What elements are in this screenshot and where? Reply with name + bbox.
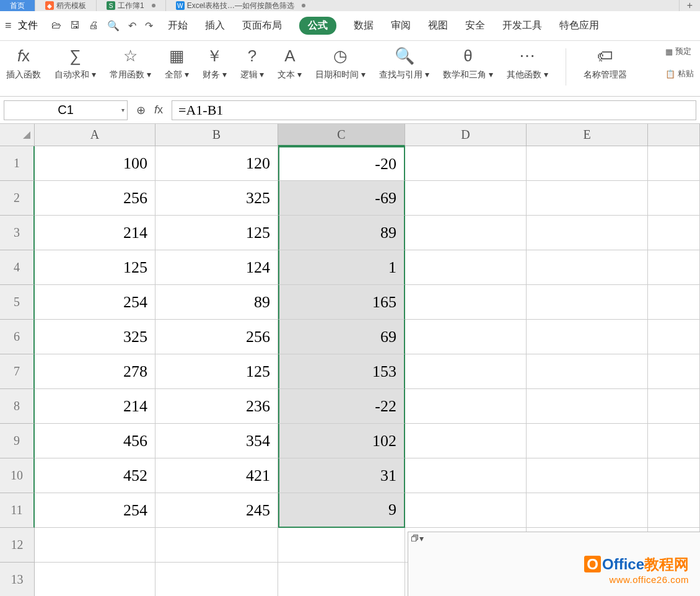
cell[interactable]: 125: [155, 216, 278, 250]
select-all-corner[interactable]: [0, 124, 35, 146]
cell[interactable]: [155, 563, 278, 596]
ribbon-common-fn[interactable]: ☆ 常用函数 ▾: [110, 46, 151, 81]
save-icon[interactable]: 🖫: [70, 20, 80, 32]
cell[interactable]: [155, 528, 278, 563]
cell[interactable]: 452: [35, 458, 155, 493]
cell[interactable]: [405, 181, 527, 216]
menu-special[interactable]: 特色应用: [559, 19, 599, 32]
cell[interactable]: 325: [155, 181, 278, 216]
menu-data[interactable]: 数据: [354, 19, 374, 32]
cell[interactable]: [648, 181, 700, 216]
row-header-8[interactable]: 8: [0, 389, 35, 424]
ribbon-logic[interactable]: ? 逻辑 ▾: [240, 46, 265, 81]
column-header-D[interactable]: D: [405, 124, 527, 146]
cell[interactable]: [527, 250, 648, 285]
ribbon-lookup[interactable]: 🔍 查找与引用 ▾: [379, 46, 429, 81]
cell[interactable]: 214: [35, 216, 155, 250]
cell[interactable]: [648, 389, 700, 424]
cell[interactable]: [527, 320, 648, 354]
cell[interactable]: 89: [155, 285, 278, 320]
cell[interactable]: [405, 320, 527, 354]
cell[interactable]: 254: [35, 285, 155, 320]
row-header-7[interactable]: 7: [0, 354, 35, 389]
menu-insert[interactable]: 插入: [205, 19, 225, 32]
open-icon[interactable]: 🗁: [51, 20, 61, 32]
ribbon-calc[interactable]: ▦ 预定: [665, 46, 694, 57]
cell[interactable]: [527, 389, 648, 424]
preview-icon[interactable]: 🔍: [107, 20, 120, 32]
menu-view[interactable]: 视图: [428, 19, 448, 32]
menu-review[interactable]: 审阅: [391, 19, 411, 32]
cell[interactable]: 31: [278, 458, 405, 493]
cell[interactable]: -22: [278, 389, 405, 424]
row-header-3[interactable]: 3: [0, 216, 35, 250]
cell[interactable]: 256: [155, 320, 278, 354]
cell[interactable]: [405, 354, 527, 389]
formula-input[interactable]: =A1-B1: [172, 100, 696, 120]
cell[interactable]: [405, 216, 527, 250]
tab-template[interactable]: ◆稻壳模板: [35, 0, 97, 11]
tab-home[interactable]: 首页: [0, 0, 35, 11]
row-header-11[interactable]: 11: [0, 493, 35, 528]
cell[interactable]: 354: [155, 424, 278, 458]
ribbon-other-fn[interactable]: ⋯ 其他函数 ▾: [507, 46, 548, 81]
fx-small-icon[interactable]: fx: [154, 103, 163, 116]
cell[interactable]: [527, 181, 648, 216]
ribbon-math[interactable]: θ 数学和三角 ▾: [443, 46, 493, 81]
cell[interactable]: 125: [155, 354, 278, 389]
cell[interactable]: 456: [35, 424, 155, 458]
cell[interactable]: [648, 250, 700, 285]
cell[interactable]: [648, 424, 700, 458]
cell[interactable]: [527, 354, 648, 389]
cell[interactable]: 421: [155, 458, 278, 493]
row-header-10[interactable]: 10: [0, 458, 35, 493]
cell[interactable]: 325: [35, 320, 155, 354]
cell[interactable]: [527, 216, 648, 250]
cell[interactable]: 100: [35, 146, 155, 181]
cell[interactable]: [648, 493, 700, 528]
row-header-4[interactable]: 4: [0, 250, 35, 285]
menu-security[interactable]: 安全: [465, 19, 485, 32]
cell[interactable]: 236: [155, 389, 278, 424]
tab-excel-doc[interactable]: WExcel表格技…—如何按颜色筛选: [166, 0, 680, 11]
ribbon-text[interactable]: A 文本 ▾: [278, 46, 302, 81]
hamburger-icon[interactable]: ≡: [5, 19, 12, 32]
cell[interactable]: -20: [278, 146, 405, 181]
row-header-1[interactable]: 1: [0, 146, 35, 181]
cell[interactable]: -69: [278, 181, 405, 216]
ribbon-all-fn[interactable]: ▦ 全部 ▾: [165, 46, 189, 81]
ribbon-datetime[interactable]: ◷ 日期和时间 ▾: [315, 46, 365, 81]
cell[interactable]: 278: [35, 354, 155, 389]
file-menu[interactable]: 文件: [18, 19, 38, 32]
cell-reference-box[interactable]: C1 ▾: [4, 100, 128, 120]
cell[interactable]: [527, 146, 648, 181]
cell[interactable]: 69: [278, 320, 405, 354]
cell[interactable]: [405, 493, 527, 528]
redo-icon[interactable]: ↷: [145, 20, 153, 32]
ribbon-name-manager[interactable]: 🏷 名称管理器: [584, 46, 627, 81]
new-tab-button[interactable]: +: [680, 0, 700, 11]
menu-formula[interactable]: 公式: [299, 17, 336, 35]
ribbon-autosum[interactable]: ∑ 自动求和 ▾: [55, 46, 96, 81]
cell[interactable]: [35, 528, 155, 563]
column-header-C[interactable]: C: [278, 124, 405, 146]
cell[interactable]: [648, 285, 700, 320]
cell[interactable]: 153: [278, 354, 405, 389]
cell[interactable]: 9: [278, 493, 405, 528]
cell[interactable]: [648, 146, 700, 181]
cell[interactable]: 89: [278, 216, 405, 250]
cell[interactable]: 245: [155, 493, 278, 528]
menu-start[interactable]: 开始: [168, 19, 188, 32]
cell[interactable]: [278, 563, 405, 596]
tab-workbook[interactable]: S工作簿1: [97, 0, 166, 11]
column-header-end[interactable]: [648, 124, 700, 146]
cell[interactable]: [527, 458, 648, 493]
cell[interactable]: [35, 563, 155, 596]
print-icon[interactable]: 🖨: [89, 20, 98, 32]
cell[interactable]: 1: [278, 250, 405, 285]
cell[interactable]: [405, 146, 527, 181]
ribbon-paste[interactable]: 📋 粘贴: [665, 68, 694, 79]
cell[interactable]: 254: [35, 493, 155, 528]
undo-icon[interactable]: ↶: [128, 20, 136, 32]
cell[interactable]: [405, 285, 527, 320]
